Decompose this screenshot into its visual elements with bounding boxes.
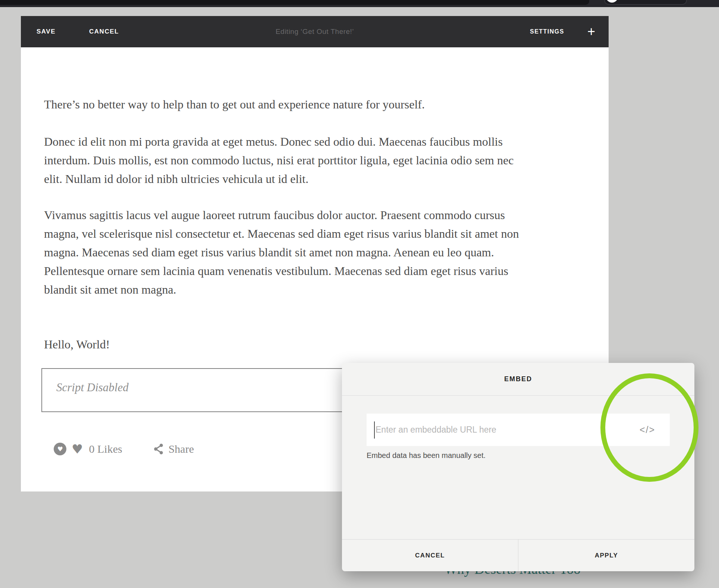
dialog-cancel-button[interactable]: CANCEL (342, 540, 518, 571)
heart-icon: ♥ (57, 445, 63, 453)
embed-input-row: </> (367, 414, 670, 446)
text-cursor (374, 421, 375, 439)
cancel-button[interactable]: CANCEL (89, 28, 119, 35)
code-icon: </> (640, 424, 655, 435)
editing-title: Editing ‘Get Out There!’ (276, 28, 354, 36)
editor-toolbar: SAVE CANCEL Editing ‘Get Out There!’ SET… (21, 16, 609, 47)
share-button[interactable]: Share (153, 443, 194, 455)
user-pill[interactable] (604, 0, 687, 5)
script-disabled-label: Script Disabled (56, 381, 129, 394)
like-button-icon[interactable]: ♥ (54, 443, 66, 455)
hello-text: Hello, World! (44, 335, 607, 354)
embed-url-input[interactable] (367, 414, 625, 446)
share-label: Share (169, 443, 194, 455)
embed-dialog-header: EMBED (342, 363, 694, 396)
paragraph-intro: There’s no better way to help than to ge… (44, 95, 607, 114)
embed-code-button[interactable]: </> (625, 414, 670, 446)
likes-share-row: ♥ ♥ 0 Likes Share (54, 442, 194, 456)
save-button[interactable]: SAVE (37, 28, 56, 35)
menu-bar (0, 0, 589, 5)
paragraph-lorem-1: Donec id elit non mi porta gravida at eg… (44, 132, 607, 188)
embed-dialog: EMBED </> Embed data has been manually s… (342, 363, 694, 571)
settings-button[interactable]: SETTINGS (530, 28, 564, 35)
heart-icon[interactable]: ♥ (72, 442, 83, 456)
top-bar (0, 0, 719, 7)
article[interactable]: There’s no better way to help than to ge… (44, 95, 607, 354)
likes-count: 0 Likes (89, 443, 122, 455)
paragraph-lorem-2: Vivamus sagittis lacus vel augue laoreet… (44, 206, 607, 299)
embed-dialog-title: EMBED (504, 375, 532, 383)
embed-status-text: Embed data has been manually set. (367, 451, 486, 460)
add-block-button[interactable]: + (587, 25, 595, 38)
embed-dialog-footer: CANCEL APPLY (342, 539, 694, 571)
share-icon (153, 443, 164, 455)
dialog-apply-button[interactable]: APPLY (518, 540, 694, 571)
plus-icon: + (587, 24, 595, 39)
